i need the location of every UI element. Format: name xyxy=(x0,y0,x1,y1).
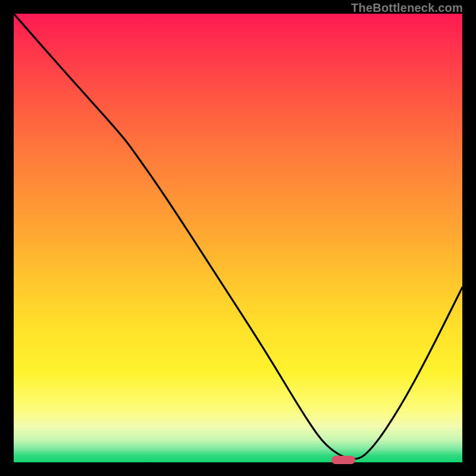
chart-frame xyxy=(14,14,462,462)
watermark-text: TheBottleneck.com xyxy=(351,1,463,15)
optimal-marker xyxy=(331,456,355,464)
chart-background-gradient xyxy=(14,14,462,462)
